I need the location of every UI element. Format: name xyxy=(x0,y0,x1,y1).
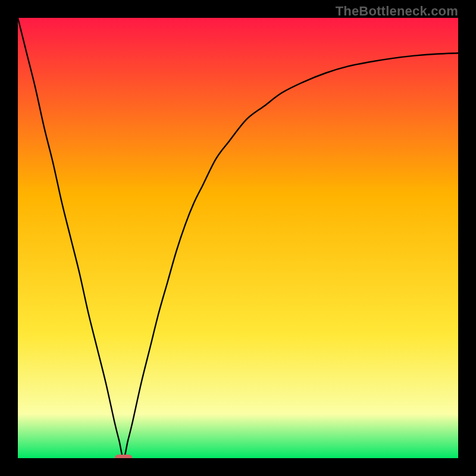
watermark-text: TheBottleneck.com xyxy=(336,4,458,19)
optimal-marker xyxy=(115,455,133,458)
gradient-bg xyxy=(18,18,458,458)
bottleneck-plot xyxy=(18,18,458,458)
chart-frame: TheBottleneck.com xyxy=(0,0,476,476)
